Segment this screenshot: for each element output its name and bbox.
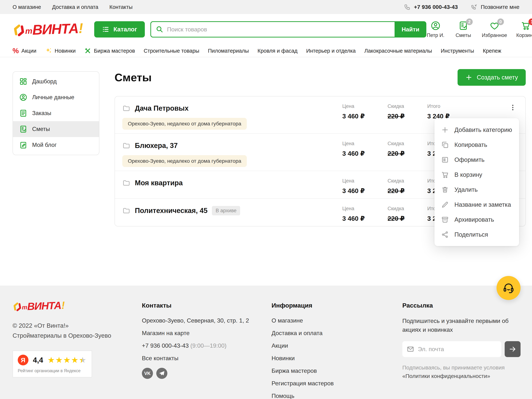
cart-link[interactable]: 1 Корзина (516, 21, 532, 38)
cart-icon (441, 171, 449, 179)
nav-item-interior[interactable]: Интерьер и отделка (306, 48, 356, 54)
catalog-button[interactable]: Каталог (94, 21, 145, 38)
nav-item-roofing[interactable]: Кровля и фасад (258, 48, 298, 54)
copyright-line1: © 2022 «От Винта!» (13, 321, 111, 331)
estimates-link[interactable]: 2 Сметы (454, 21, 473, 38)
row-menu-button[interactable] (508, 103, 518, 111)
footer-contacts-title: Контакты (142, 302, 264, 309)
estimate-name: Моя квартира (135, 179, 183, 187)
menu-item-add-category[interactable]: Добавить категорию (434, 122, 519, 137)
estimates-icon (19, 125, 27, 133)
footer-link-master-signup[interactable]: Регистрация мастеров (272, 379, 386, 387)
copy-icon (441, 141, 449, 149)
nav-item-promos[interactable]: % Акции (13, 47, 36, 54)
plus-icon (441, 126, 449, 134)
headset-icon (502, 282, 515, 294)
yandex-rating-widget[interactable]: Я 4,4 ★★★★★ ★★★★★ Рейтинг организации в … (13, 351, 92, 377)
topbar-links: О магазине Доставка и оплата Контакты (13, 4, 133, 10)
subscribe-button[interactable] (505, 341, 520, 357)
yandex-icon: Я (18, 355, 28, 365)
menu-item-archive[interactable]: Архивировать (434, 212, 519, 227)
search-input[interactable] (167, 26, 390, 33)
menu-item-to-cart[interactable]: В корзину (434, 167, 519, 182)
total-label: Итого (427, 103, 508, 109)
footer-link-delivery[interactable]: Доставка и оплата (272, 329, 386, 337)
nav-item-label: Инструменты (441, 48, 474, 54)
estimate-values: Цена3 460 ₽ Скидка220 ₽ Итого3 240 ₽ (342, 103, 518, 120)
footer-map-link[interactable]: Магазин на карте (142, 329, 264, 337)
topbar-link-delivery[interactable]: Доставка и оплата (52, 4, 98, 10)
favorites-badge: 0 (497, 19, 504, 25)
percent-icon: % (13, 47, 19, 54)
footer-logo[interactable]: т ВИНТА ! (12, 299, 86, 312)
nav-item-tools[interactable]: Инструменты (441, 48, 474, 54)
archive-badge: В архиве (212, 206, 240, 215)
telegram-icon[interactable] (156, 368, 167, 379)
menu-item-delete[interactable]: Удалить (434, 182, 519, 197)
sidebar-item-profile[interactable]: Личные данные (13, 89, 99, 105)
nav-item-paint[interactable]: Лакокрасочные материалы (364, 48, 432, 54)
nav-item-fasteners[interactable]: Крепеж (483, 48, 501, 54)
menu-item-label: Копировать (454, 141, 487, 148)
account-link[interactable]: Петр И. (426, 21, 445, 38)
header-quick-links: Петр И. 2 Сметы 0 Избранное 1 Корзина (426, 21, 532, 38)
sidebar-item-estimates[interactable]: Сметы (13, 121, 99, 137)
price-label: Цена (342, 103, 387, 109)
vk-label: VK (144, 371, 151, 376)
topbar-link-about[interactable]: О магазине (13, 4, 41, 10)
menu-item-checkout[interactable]: Оформить (434, 152, 519, 167)
sidebar-item-blog[interactable]: Мой блог (13, 137, 99, 153)
topbar-link-contacts[interactable]: Контакты (109, 4, 133, 10)
favorites-link[interactable]: 0 Избранное (482, 21, 507, 38)
footer-link-new[interactable]: Новинки (272, 354, 386, 362)
nav-item-building[interactable]: Строительные товары (144, 48, 199, 54)
nav-item-new[interactable]: Новинки (45, 47, 76, 54)
footer-phone-line: +7 936 000-43-43 (9:00—19:00) (142, 342, 264, 350)
support-chat-button[interactable] (497, 276, 520, 300)
topbar-phone[interactable]: +7 936 000-43-43 (404, 4, 458, 10)
catalog-list-icon (102, 26, 109, 33)
logo[interactable]: т ВИНТА ! (12, 21, 83, 38)
share-icon (441, 231, 449, 239)
menu-item-share[interactable]: Поделиться (434, 227, 519, 242)
email-input[interactable] (418, 346, 497, 353)
nav-item-masters[interactable]: Биржа мастеров (84, 47, 135, 54)
search-icon (156, 26, 163, 33)
footer-link-about[interactable]: О магазине (272, 317, 386, 324)
price-value: 3 460 ₽ (342, 187, 387, 195)
account-label: Петр И. (427, 32, 444, 38)
footer-contacts: Контакты Орехово-Зуево, Северная, 30, ст… (142, 302, 264, 379)
user-circle-icon (19, 93, 27, 101)
sidebar-item-dashboard[interactable]: Дашборд (13, 74, 99, 89)
nav-item-label: Пиломатериалы (208, 48, 249, 54)
estimate-name: Политехническая, 45 (135, 207, 208, 215)
sidebar-item-orders[interactable]: Заказы (13, 105, 99, 121)
topbar-callback[interactable]: Позвоните мне (471, 4, 519, 10)
create-estimate-button[interactable]: Создать смету (457, 69, 526, 86)
privacy-policy-link[interactable]: «Политики конфиденциальности» (402, 373, 490, 379)
menu-item-rename[interactable]: Название и заметка (434, 197, 519, 212)
header: т ВИНТА ! Каталог Найти Петр И. 2 Сметы (0, 14, 532, 45)
footer-info: Информация О магазине Доставка и оплата … (272, 302, 386, 399)
vk-icon[interactable]: VK (142, 368, 153, 379)
crossed-tools-icon (84, 47, 91, 54)
menu-item-label: Оформить (454, 156, 485, 163)
rating-value: 4,4 (33, 356, 43, 364)
search-button[interactable]: Найти (395, 21, 426, 38)
footer-link-help[interactable]: Помощь (272, 392, 386, 399)
footer-all-contacts-link[interactable]: Все контакты (142, 354, 264, 362)
newsletter-form (402, 341, 520, 357)
footer-link-promos[interactable]: Акции (272, 342, 386, 350)
logo-emblem-icon (12, 301, 23, 312)
folder-icon (122, 179, 130, 187)
menu-item-copy[interactable]: Копировать (434, 137, 519, 152)
folder-icon (122, 104, 130, 112)
estimate-info: Моя квартира (122, 178, 342, 188)
footer-phone[interactable]: +7 936 000-43-43 (142, 342, 189, 349)
search-bar: Найти (150, 21, 426, 38)
nav-item-label: Акции (21, 48, 36, 54)
footer-link-masters[interactable]: Биржа мастеров (272, 367, 386, 375)
nav-item-label: Лакокрасочные материалы (364, 48, 432, 54)
menu-item-label: Поделиться (454, 231, 488, 238)
nav-item-lumber[interactable]: Пиломатериалы (208, 48, 249, 54)
